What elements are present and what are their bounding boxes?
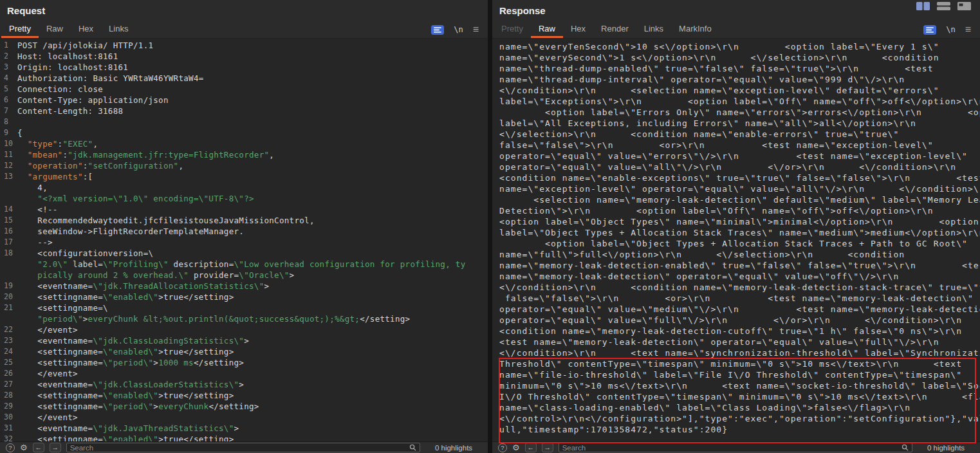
show-newlines-button[interactable]: \n xyxy=(946,25,955,34)
line-number: 21 xyxy=(0,302,17,313)
request-code-line: 23 <eventname=\"jdk.ClassLoadingStatisti… xyxy=(0,335,488,346)
line-number: 22 xyxy=(0,324,17,335)
tab-links[interactable]: Links xyxy=(636,21,671,38)
request-code-line: 6Content-Type: application/json xyxy=(0,95,488,106)
response-text-line: <\/condition>\r\n <text name=\"synchroni… xyxy=(499,347,980,358)
tab-pretty[interactable]: Pretty xyxy=(1,21,39,38)
search-settings-gear-icon[interactable]: ⚙ xyxy=(20,443,28,452)
response-text-line: name=\"thread-dump-interval\" operator=\… xyxy=(499,74,980,85)
response-panel: Response PrettyRawHexRenderLinksMarkInfo… xyxy=(492,0,980,453)
line-number xyxy=(0,270,17,281)
response-text-line: name=\"thread-dump-enabled\" true=\"fals… xyxy=(499,63,980,74)
search-field[interactable] xyxy=(66,443,420,452)
tab-hex[interactable]: Hex xyxy=(563,21,593,38)
line-number: 31 xyxy=(0,423,17,434)
request-code-line: 19 <eventname=\"jdk.ThreadAllocationStat… xyxy=(0,281,488,291)
request-code-line: 18 <configurationversion=\ xyxy=(0,248,488,259)
search-field[interactable] xyxy=(559,443,912,452)
tab-markinfo[interactable]: MarkInfo xyxy=(671,21,719,38)
line-number: 18 xyxy=(0,248,17,259)
tab-raw[interactable]: Raw xyxy=(531,21,563,38)
response-editor-tools: \n ≡ xyxy=(923,21,971,38)
response-text-line: false=\"false\">\r\n <or>\r\n <test name… xyxy=(499,140,980,151)
line-number: 3 xyxy=(0,62,17,73)
line-number: 27 xyxy=(0,379,17,390)
line-number: 26 xyxy=(0,368,17,379)
line-number: 7 xyxy=(0,106,17,116)
tab-hex[interactable]: Hex xyxy=(71,21,101,38)
response-text-line: minimum=\"0 s\">10 ms<\/text>\r\n <text … xyxy=(499,380,980,391)
prev-match-button[interactable]: ← xyxy=(525,443,537,452)
tab-raw[interactable]: Raw xyxy=(39,21,71,38)
line-number: 20 xyxy=(0,291,17,302)
editor-menu-icon[interactable]: ≡ xyxy=(473,24,479,35)
response-text-line: Detection\">\r\n <option label=\"Off\" n… xyxy=(499,205,980,216)
next-match-button[interactable]: → xyxy=(50,443,61,452)
split-columns-icon[interactable] xyxy=(916,2,930,10)
message-editor-window: Request PrettyRawHexLinks \n ≡ 1POST /ap… xyxy=(0,0,980,453)
response-text-line: Threshold\" contentType=\"timespan\" min… xyxy=(499,358,980,369)
request-code-line: 8 xyxy=(0,116,488,127)
request-code-line: 16 seeWindow->FlightRecorderTemplateMana… xyxy=(0,226,488,237)
request-code-line: 14 <!-- xyxy=(0,204,488,215)
request-code-line: 7Content-Length: 31688 xyxy=(0,106,488,116)
line-number: 30 xyxy=(0,412,17,423)
request-editor[interactable]: 1POST /api/jolokia/ HTTP/1.12Host: local… xyxy=(0,39,488,441)
line-number: 10 xyxy=(0,138,17,149)
request-code-line: 20 <settingname=\"enabled\">true</settin… xyxy=(0,291,488,302)
search-input[interactable] xyxy=(562,444,899,452)
line-number xyxy=(0,259,17,270)
response-text-line: <option label=\"Object Types\" name=\"mi… xyxy=(499,216,980,227)
help-icon[interactable]: ? xyxy=(498,443,507,452)
response-panel-title: Response xyxy=(492,0,980,21)
request-code-line: 26 </event> xyxy=(0,368,488,379)
response-search-bar: ? ⚙ ← → 0 highlights xyxy=(492,441,980,453)
syntax-highlight-icon[interactable] xyxy=(431,25,444,35)
response-text-line: label=\"Object Types + Allocation Stack … xyxy=(499,227,980,238)
highlights-count: 0 highlights xyxy=(425,444,482,452)
search-settings-gear-icon[interactable]: ⚙ xyxy=(512,443,520,452)
response-text-line: name=\"everyTenSecond\">10 s<\/option>\r… xyxy=(499,41,980,52)
line-number: 5 xyxy=(0,84,17,95)
search-icon xyxy=(901,444,909,451)
request-code-line: 13 "arguments":[ xyxy=(0,171,488,182)
line-number: 2 xyxy=(0,51,17,62)
window-layout-icons xyxy=(916,2,971,10)
tab-render[interactable]: Render xyxy=(593,21,636,38)
request-editor-tools: \n ≡ xyxy=(431,21,479,38)
response-text-line: name=\"memory-leak-detection-enabled\" t… xyxy=(499,260,980,271)
line-number: 25 xyxy=(0,357,17,368)
response-text-line: <condition name=\"enable-exceptions\" tr… xyxy=(499,172,980,183)
line-number xyxy=(0,193,17,204)
maximize-panel-icon[interactable] xyxy=(957,2,971,10)
tab-links[interactable]: Links xyxy=(101,21,136,38)
request-code-line: 12 "operation":"setConfiguration", xyxy=(0,160,488,171)
search-input[interactable] xyxy=(70,444,407,452)
response-text-line: <\/control>\r\n<\/configuration>"],"type… xyxy=(499,413,980,424)
response-text-line: false=\"false\">\r\n <or>\r\n <test name… xyxy=(499,293,980,304)
request-code-line: 32 <settingname=\"enabled\">true</settin… xyxy=(0,434,488,441)
tab-pretty[interactable]: Pretty xyxy=(494,21,531,38)
request-code-line: 28 <settingname=\"enabled\">true</settin… xyxy=(0,390,488,401)
split-rows-icon[interactable] xyxy=(937,2,950,10)
line-number: 9 xyxy=(0,127,17,138)
response-text-line: label=\"All Exceptions, including Errors… xyxy=(499,118,980,129)
prev-match-button[interactable]: ← xyxy=(33,443,44,452)
response-tabs: PrettyRawHexRenderLinksMarkInfo xyxy=(492,21,719,38)
request-code-line: 1POST /api/jolokia/ HTTP/1.1 xyxy=(0,40,488,51)
line-number: 23 xyxy=(0,335,17,346)
response-text-line: <\/selection>\r\n <condition name=\"enab… xyxy=(499,129,980,140)
syntax-highlight-icon[interactable] xyxy=(923,25,936,35)
response-text-line: name=\"full\">full<\/option>\r\n <\/sele… xyxy=(499,249,980,260)
line-number: 13 xyxy=(0,171,17,182)
show-newlines-button[interactable]: \n xyxy=(454,25,463,34)
help-icon[interactable]: ? xyxy=(6,443,15,452)
editor-menu-icon[interactable]: ≡ xyxy=(965,24,971,35)
line-number: 11 xyxy=(0,149,17,160)
request-code-line: 5Connection: close xyxy=(0,84,488,95)
response-text-line: operator=\"equal\" value=\"all\"\/>\r\n … xyxy=(499,162,980,172)
request-code-line: 2Host: localhost:8161 xyxy=(0,51,488,62)
response-editor[interactable]: name=\"everyTenSecond\">10 s<\/option>\r… xyxy=(492,39,980,441)
next-match-button[interactable]: → xyxy=(542,443,553,452)
request-code-line: 10 "type":"EXEC", xyxy=(0,138,488,149)
